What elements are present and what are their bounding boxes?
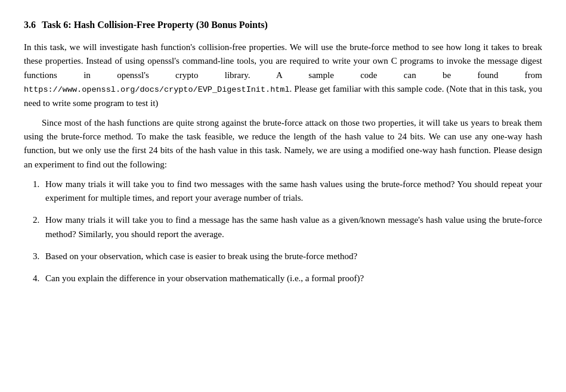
paragraph-1: In this task, we will investigate hash f… xyxy=(24,41,542,110)
list-item-1: How many trials it will take you to find… xyxy=(42,178,542,206)
list-item-4-text: Can you explain the difference in your o… xyxy=(45,273,364,283)
url-link: https://www.openssl.org/docs/crypto/EVP_… xyxy=(24,85,290,94)
paragraph-1-text-before-url: In this task, we will investigate hash f… xyxy=(24,42,542,80)
paragraph-2: Since most of the hash functions are qui… xyxy=(24,116,542,172)
section-number: 3.6 xyxy=(24,18,36,32)
section-heading: Task 6: Hash Collision-Free Property (30… xyxy=(42,18,268,32)
list-item-2-text: How many trials it will take you to find… xyxy=(45,215,542,238)
list-item-1-text: How many trials it will take you to find… xyxy=(45,179,542,203)
list-item-3: Based on your observation, which case is… xyxy=(42,250,542,263)
task-list: How many trials it will take you to find… xyxy=(42,178,542,286)
list-item-3-text: Based on your observation, which case is… xyxy=(45,251,357,261)
section-container: 3.6 Task 6: Hash Collision-Free Property… xyxy=(24,18,542,285)
list-item-4: Can you explain the difference in your o… xyxy=(42,272,542,285)
list-item-2: How many trials it will take you to find… xyxy=(42,213,542,241)
section-title: 3.6 Task 6: Hash Collision-Free Property… xyxy=(24,18,542,32)
